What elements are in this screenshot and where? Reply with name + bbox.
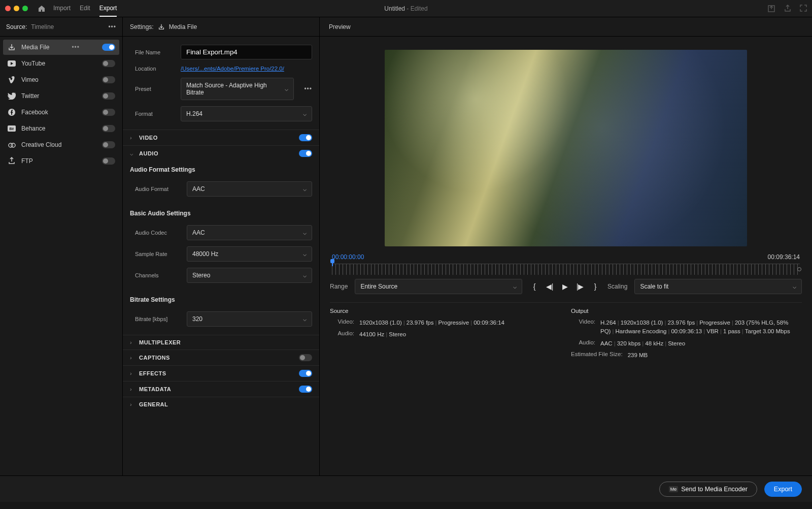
maximize-window-icon[interactable] — [22, 6, 28, 11]
destination-youtube[interactable]: YouTube — [3, 56, 119, 71]
destination-more-button[interactable]: ••• — [72, 44, 80, 51]
tab-import[interactable]: Import — [53, 1, 71, 17]
destination-toggle[interactable] — [102, 60, 115, 67]
effects-toggle[interactable] — [299, 370, 312, 377]
tab-edit[interactable]: Edit — [80, 1, 90, 17]
chevron-down-icon: ⌵ — [303, 185, 307, 193]
chevron-down-icon: ⌵ — [303, 272, 307, 279]
channels-select[interactable]: Stereo⌵ — [187, 268, 312, 283]
home-button[interactable] — [35, 2, 48, 15]
settings-dest-name: Media File — [169, 23, 197, 30]
output-audio-value: AAC|320 kbps|48 kHz|Stereo — [600, 339, 802, 348]
share-icon[interactable] — [784, 5, 792, 13]
captions-toggle[interactable] — [299, 354, 312, 361]
sources-panel: Source: Timeline ••• Media File ••• YouT… — [0, 17, 123, 475]
audio-toggle[interactable] — [299, 150, 312, 157]
output-audio-label: Audio: — [571, 339, 595, 348]
timecode-in[interactable]: 00:00:00:00 — [332, 253, 364, 261]
destination-toggle[interactable] — [102, 157, 115, 165]
timecode-out[interactable]: 00:09:36:14 — [768, 253, 800, 261]
sample-rate-select[interactable]: 48000 Hz⌵ — [187, 246, 312, 262]
tab-export[interactable]: Export — [99, 1, 117, 17]
destination-toggle[interactable] — [102, 44, 115, 51]
section-video[interactable]: › VIDEO — [123, 130, 319, 145]
chevron-down-icon: ⌵ — [793, 283, 796, 290]
destination-facebook[interactable]: Facebook — [3, 105, 119, 120]
destination-toggle[interactable] — [102, 76, 115, 83]
destination-label: FTP — [21, 157, 33, 165]
file-name-input[interactable] — [181, 45, 312, 59]
bitrate-select[interactable]: 320⌵ — [187, 311, 312, 327]
download-icon — [7, 43, 16, 51]
out-marker[interactable] — [797, 267, 801, 271]
destination-ftp[interactable]: FTP — [3, 153, 119, 169]
behance-icon: Bē — [7, 125, 16, 132]
chevron-right-icon: › — [130, 370, 135, 376]
scaling-select[interactable]: Scale to fit⌵ — [634, 279, 802, 294]
mark-in-button[interactable]: { — [529, 282, 539, 291]
audio-format-select[interactable]: AAC⌵ — [187, 181, 312, 197]
sample-rate-label: Sample Rate — [135, 251, 181, 257]
step-back-button[interactable]: ◀| — [545, 282, 555, 291]
source-audio-label: Audio: — [330, 330, 354, 339]
destination-vimeo[interactable]: Vimeo — [3, 72, 119, 87]
source-video-value: 1920x1038 (1.0)|23.976 fps|Progressive|0… — [359, 319, 561, 327]
minimize-window-icon[interactable] — [14, 6, 19, 11]
section-captions[interactable]: › CAPTIONS — [123, 349, 319, 365]
destination-toggle[interactable] — [102, 109, 115, 116]
quick-export-icon[interactable] — [767, 5, 775, 13]
destination-twitter[interactable]: Twitter — [3, 88, 119, 104]
window-controls — [5, 6, 28, 11]
twitter-icon — [7, 92, 16, 100]
source-section-title: Source — [330, 308, 561, 314]
send-to-media-encoder-button[interactable]: Me Send to Media Encoder — [659, 482, 757, 497]
title-edited: - Edited — [407, 5, 427, 12]
bitrate-settings-header: Bitrate Settings — [123, 291, 319, 306]
range-label: Range — [330, 283, 348, 290]
playhead[interactable] — [332, 261, 333, 266]
step-forward-button[interactable]: |▶ — [575, 282, 585, 291]
section-metadata[interactable]: › METADATA — [123, 381, 319, 397]
destination-toggle[interactable] — [102, 125, 115, 132]
preview-panel: Preview 00:00:00:00 00:09:36:14 Range En… — [320, 17, 812, 475]
section-effects[interactable]: › EFFECTS — [123, 365, 319, 381]
basic-audio-settings-header: Basic Audio Settings — [123, 205, 319, 220]
section-audio[interactable]: ⌵ AUDIO — [123, 145, 319, 161]
video-toggle[interactable] — [299, 134, 312, 141]
location-link[interactable]: /Users/...ents/Adobe/Premiere Pro/22.0/ — [181, 66, 284, 72]
format-value: H.264 — [186, 110, 202, 117]
section-general[interactable]: › GENERAL — [123, 397, 319, 411]
timeline-ruler[interactable] — [332, 264, 800, 275]
chevron-down-icon: ⌵ — [303, 229, 307, 236]
settings-panel: Settings: Media File File Name Location … — [123, 17, 320, 475]
preset-select[interactable]: Match Source - Adaptive High Bitrate ⌵ — [181, 78, 294, 100]
preview-monitor[interactable] — [385, 50, 747, 246]
chevron-right-icon: › — [130, 339, 135, 345]
play-button[interactable]: ▶ — [560, 282, 570, 291]
estimated-size-label: Estimated File Size: — [571, 351, 623, 360]
destination-behance[interactable]: Bē Behance — [3, 121, 119, 136]
range-select[interactable]: Entire Source⌵ — [355, 279, 522, 294]
destination-label: Behance — [21, 125, 45, 132]
audio-codec-label: Audio Codec — [135, 230, 181, 236]
destination-media-file[interactable]: Media File ••• — [3, 40, 119, 55]
format-select[interactable]: H.264 ⌵ — [181, 106, 312, 121]
audio-format-settings-header: Audio Format Settings — [123, 161, 319, 176]
svg-text:Bē: Bē — [10, 127, 14, 131]
destination-toggle[interactable] — [102, 92, 115, 100]
destination-creative-cloud[interactable]: Creative Cloud — [3, 137, 119, 152]
export-button[interactable]: Export — [764, 482, 802, 497]
preset-value: Match Source - Adaptive High Bitrate — [186, 82, 285, 96]
section-multiplexer[interactable]: › MULTIPLEXER — [123, 335, 319, 349]
mark-out-button[interactable]: } — [590, 282, 600, 291]
preset-more-button[interactable]: ••• — [304, 85, 312, 92]
source-more-button[interactable]: ••• — [108, 23, 116, 30]
chevron-down-icon: ⌵ — [513, 283, 517, 290]
output-video-value: H.264|1920x1038 (1.0)|23.976 fps|Progres… — [600, 319, 802, 336]
destination-toggle[interactable] — [102, 141, 115, 148]
fullscreen-icon[interactable] — [800, 5, 807, 13]
close-window-icon[interactable] — [5, 6, 11, 11]
audio-codec-select[interactable]: AAC⌵ — [187, 225, 312, 240]
vimeo-icon — [7, 76, 16, 83]
metadata-toggle[interactable] — [299, 386, 312, 393]
